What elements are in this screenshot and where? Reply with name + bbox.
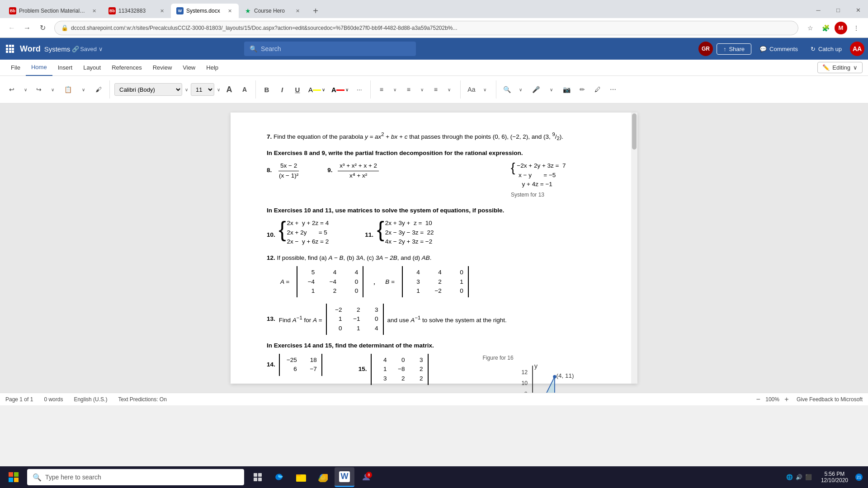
tab-4-close[interactable]: ✕ <box>294 7 301 14</box>
undo-button[interactable]: ↩ <box>5 83 18 96</box>
clipboard-button[interactable]: 📋 <box>61 83 74 96</box>
taskbar-search-bar[interactable]: 🔍 Type here to search <box>27 469 244 485</box>
highlight-icon: A <box>308 86 313 94</box>
svg-text:8: 8 <box>524 391 527 393</box>
profile-button[interactable]: M <box>835 22 847 34</box>
dictate-button[interactable]: 🎤 <box>530 83 542 96</box>
document-area[interactable]: 7. Find the equation of the parabola y =… <box>0 103 868 393</box>
more-format-button[interactable]: ··· <box>353 83 366 96</box>
bullet-list-dropdown[interactable]: ∨ <box>389 83 401 96</box>
doc-status[interactable]: Saved ∨ <box>80 46 103 52</box>
find-dropdown[interactable]: ∨ <box>514 83 527 96</box>
close-button[interactable]: ✕ <box>848 0 868 20</box>
tab-help[interactable]: Help <box>201 60 224 76</box>
tab-review[interactable]: Review <box>147 60 178 76</box>
menu-button[interactable]: ⋮ <box>850 22 863 34</box>
tab-layout[interactable]: Layout <box>78 60 106 76</box>
indent-dropdown[interactable]: ∨ <box>443 83 456 96</box>
zoom-plus-button[interactable]: + <box>782 395 791 404</box>
edge-button[interactable] <box>269 467 289 487</box>
chrome-button[interactable] <box>313 467 333 487</box>
word-search-bar[interactable]: 🔍 Search <box>244 42 416 56</box>
tab-references[interactable]: References <box>106 60 147 76</box>
bullet-list-button[interactable]: ≡ <box>375 83 388 96</box>
highlight-color-button[interactable]: A ∨ <box>307 86 327 94</box>
redo-button[interactable]: ↪ <box>33 83 45 96</box>
teams-button[interactable]: 8 <box>356 467 376 487</box>
feedback-text[interactable]: Give Feedback to Microsoft <box>797 396 863 403</box>
font-color-dropdown[interactable]: ∨ <box>345 87 349 92</box>
more-tools-button[interactable]: ⋯ <box>607 83 619 96</box>
share-button[interactable]: ↑ Share <box>717 43 751 55</box>
undo-dropdown[interactable]: ∨ <box>19 83 32 96</box>
font-size-dropdown[interactable]: ∨ <box>217 87 220 92</box>
tab-insert[interactable]: Insert <box>52 60 78 76</box>
italic-button[interactable]: I <box>276 83 288 96</box>
catch-up-button[interactable]: ↻ Catch up <box>806 44 846 54</box>
editing-button[interactable]: ✏️ Editing ∨ <box>817 62 863 73</box>
underline-button[interactable]: U <box>291 83 304 96</box>
bookmark-button[interactable]: ☆ <box>804 22 816 34</box>
numbered-list-dropdown[interactable]: ∨ <box>416 83 429 96</box>
problem-10: 10. { 2x + y + 2z = 4 2x + 2y = 5 2x − y… <box>267 219 329 246</box>
scrollbar[interactable] <box>631 113 637 384</box>
styles-button[interactable]: Aa <box>465 83 478 96</box>
numbered-list-button[interactable]: ≡ <box>402 83 415 96</box>
redo-dropdown[interactable]: ∨ <box>46 83 59 96</box>
font-color-button[interactable]: A ∨ <box>330 86 350 94</box>
tab-1-close[interactable]: ✕ <box>90 7 98 14</box>
comments-button[interactable]: 💬 Comments <box>755 44 802 54</box>
grid-icon[interactable] <box>4 42 16 55</box>
tab-3-close[interactable]: ✕ <box>226 7 233 14</box>
find-button[interactable]: 🔍 <box>501 83 514 96</box>
browser-tab-1[interactable]: Bb Problem Section Materials – 202... ✕ <box>4 4 103 18</box>
tab-2-close[interactable]: ✕ <box>158 7 165 14</box>
extensions-button[interactable]: 🧩 <box>819 22 832 34</box>
tab-view[interactable]: View <box>177 60 201 76</box>
ink-button[interactable]: 🖊 <box>591 83 604 96</box>
bold-button[interactable]: B <box>260 83 273 96</box>
user-avatar[interactable]: AA <box>850 42 864 56</box>
highlight-dropdown[interactable]: ∨ <box>322 87 325 92</box>
new-tab-button[interactable]: + <box>308 4 323 18</box>
address-bar[interactable]: 🔒 dcccd.sharepoint.com/:w:/r/sites/Preca… <box>54 21 798 35</box>
back-button[interactable]: ← <box>5 22 18 34</box>
scroll-thumb[interactable] <box>632 113 637 150</box>
maximize-button[interactable]: □ <box>828 0 848 20</box>
matrix-B-label: B = <box>385 277 395 286</box>
dictate-dropdown[interactable]: ∨ <box>545 83 558 96</box>
svg-rect-51 <box>9 478 13 482</box>
screenshot-button[interactable]: 📷 <box>561 83 573 96</box>
zoom-minus-button[interactable]: − <box>754 395 763 404</box>
notification-center[interactable]: 21 <box>854 474 864 481</box>
font-size-selector[interactable]: 11 <box>191 83 214 96</box>
font-grow-button[interactable]: A <box>223 83 236 96</box>
styles-dropdown[interactable]: ∨ <box>479 83 491 96</box>
problem-11-number: 11. <box>365 231 373 238</box>
format-painter-button[interactable]: 🖌 <box>92 83 105 96</box>
font-shrink-button[interactable]: A <box>238 83 251 96</box>
font-name-selector[interactable]: Calibri (Body) <box>114 83 182 96</box>
indent-button[interactable]: ≡ <box>429 83 442 96</box>
svg-rect-55 <box>254 478 257 481</box>
browser-tab-3[interactable]: W Systems.docx ✕ <box>171 4 239 18</box>
forward-button[interactable]: → <box>21 22 33 34</box>
tab-home[interactable]: Home <box>26 60 52 76</box>
draw-button[interactable]: ✏ <box>576 83 589 96</box>
word-taskbar-button[interactable]: W <box>335 467 354 487</box>
font-name-dropdown[interactable]: ∨ <box>185 87 188 92</box>
tab-file[interactable]: File <box>5 60 26 76</box>
file-explorer-button[interactable] <box>291 467 311 487</box>
taskbar-sys-icons[interactable]: 🌐 🔊 ⬛ <box>783 472 816 482</box>
start-button[interactable] <box>4 467 24 487</box>
clipboard-dropdown[interactable]: ∨ <box>77 83 90 96</box>
clock[interactable]: 5:56 PM 12/10/2020 <box>817 469 852 485</box>
browser-tab-4[interactable]: ★ Course Hero ✕ <box>239 4 307 18</box>
refresh-button[interactable]: ↻ <box>36 22 49 34</box>
task-view-button[interactable] <box>248 467 268 487</box>
document-page[interactable]: 7. Find the equation of the parabola y =… <box>231 113 637 384</box>
browser-tab-2[interactable]: Bb 113432883 ✕ <box>103 4 171 18</box>
problems-10-11-row: 10. { 2x + y + 2z = 4 2x + 2y = 5 2x − y… <box>267 219 601 246</box>
network-icon: 🌐 <box>786 474 793 480</box>
minimize-button[interactable]: ─ <box>808 0 828 20</box>
